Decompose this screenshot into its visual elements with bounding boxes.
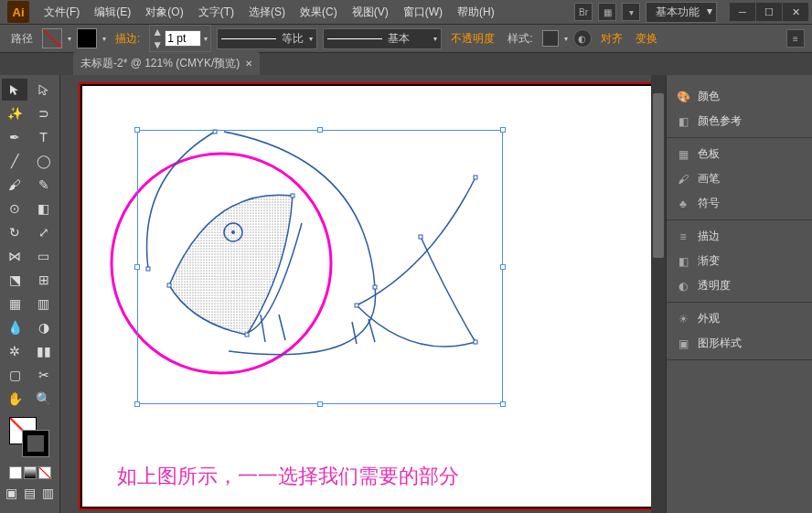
width-tool[interactable]: ⋈ xyxy=(2,245,27,267)
perspective-grid-tool[interactable]: ⊞ xyxy=(31,269,57,291)
align-label[interactable]: 对齐 xyxy=(597,31,626,47)
transform-label[interactable]: 变换 xyxy=(632,31,661,47)
menu-view[interactable]: 视图(V) xyxy=(345,0,396,24)
panel-symbols[interactable]: ♣符号 xyxy=(667,191,812,216)
scrollbar-thumb[interactable] xyxy=(653,93,664,258)
graphic-style-swatch[interactable] xyxy=(542,30,559,47)
shape-builder-tool[interactable]: ⬔ xyxy=(2,269,27,291)
titlebar: Ai 文件(F) 编辑(E) 对象(O) 文字(T) 选择(S) 效果(C) 视… xyxy=(0,0,812,24)
panel-color-guide[interactable]: ◧颜色参考 xyxy=(667,109,812,134)
direct-selection-tool[interactable] xyxy=(31,79,57,101)
tab-close-icon[interactable]: ✕ xyxy=(245,59,252,69)
canvas-region[interactable]: 如上图所示，一一选择我们需要的部分 xyxy=(60,75,666,513)
gradient-tool[interactable]: ▥ xyxy=(31,293,57,315)
color-guide-icon: ◧ xyxy=(676,114,690,129)
app-logo: Ai xyxy=(7,1,29,23)
hand-tool[interactable]: ✋ xyxy=(2,388,27,410)
scale-tool[interactable]: ⤢ xyxy=(31,221,57,243)
menu-file[interactable]: 文件(F) xyxy=(37,0,87,24)
pen-tool[interactable]: ✒ xyxy=(2,126,27,148)
sel-handle-s[interactable] xyxy=(317,401,323,407)
sel-handle-ne[interactable] xyxy=(500,127,506,133)
draw-behind-mode[interactable]: ▤ xyxy=(22,485,38,501)
column-graph-tool[interactable]: ▮▮ xyxy=(31,340,57,362)
free-transform-tool[interactable]: ▭ xyxy=(31,245,57,267)
graphic-styles-icon: ▣ xyxy=(676,337,690,351)
mesh-tool[interactable]: ▦ xyxy=(2,293,27,315)
lasso-tool[interactable]: ⊃ xyxy=(31,102,57,124)
stroke-label[interactable]: 描边: xyxy=(112,31,144,47)
window-close-button[interactable]: ✕ xyxy=(783,3,808,21)
menu-help[interactable]: 帮助(H) xyxy=(450,0,502,24)
blend-tool[interactable]: ◑ xyxy=(31,316,57,338)
brush-def-dropdown[interactable]: 基本 xyxy=(323,28,442,49)
window-minimize-button[interactable]: ─ xyxy=(730,3,755,21)
zoom-tool[interactable]: 🔍 xyxy=(31,388,57,410)
opacity-label[interactable]: 不透明度 xyxy=(447,31,498,47)
menu-select[interactable]: 选择(S) xyxy=(241,0,293,24)
width-profile-dropdown[interactable]: 等比 xyxy=(217,28,317,49)
type-tool[interactable]: T xyxy=(31,126,57,148)
sel-handle-e[interactable] xyxy=(500,264,506,270)
control-bar: 路径 ▾ ▾ 描边: ▲▼ ▾ 等比 基本 不透明度 样式: ▾ ◐ 对齐 变换… xyxy=(0,24,812,53)
control-menu-icon[interactable]: ≡ xyxy=(786,29,805,48)
sel-handle-sw[interactable] xyxy=(134,401,140,407)
panel-graphic-styles[interactable]: ▣图形样式 xyxy=(667,331,812,356)
panel-gradient[interactable]: ◧渐变 xyxy=(667,249,812,273)
stroke-weight-input[interactable] xyxy=(165,30,201,47)
workspace-switcher[interactable]: 基本功能 xyxy=(646,2,717,23)
symbol-sprayer-tool[interactable]: ✲ xyxy=(2,340,27,362)
panel-color[interactable]: 🎨颜色 xyxy=(667,84,812,109)
sel-handle-n[interactable] xyxy=(317,127,323,133)
rotate-tool[interactable]: ↻ xyxy=(2,221,27,243)
draw-inside-mode[interactable]: ▥ xyxy=(40,485,57,501)
screen-mode-icon[interactable]: ▾ xyxy=(622,3,640,21)
color-mode[interactable] xyxy=(9,466,22,479)
panel-appearance[interactable]: ☀外观 xyxy=(667,306,812,331)
sel-handle-nw[interactable] xyxy=(134,127,140,133)
artboard-tool[interactable]: ▢ xyxy=(2,364,27,386)
window-maximize-button[interactable]: ☐ xyxy=(756,3,782,21)
paintbrush-tool[interactable]: 🖌 xyxy=(2,174,27,196)
arrange-docs-icon[interactable]: ▦ xyxy=(598,3,616,21)
panel-transparency[interactable]: ◐透明度 xyxy=(667,273,812,298)
swatches-icon: ▦ xyxy=(676,147,690,162)
main-area: ✨ ⊃ ✒ T ╱ ◯ 🖌 ✎ ⊙ ◧ ↻ ⤢ ⋈ ▭ ⬔ ⊞ ▦ ▥ 💧 ◑ … xyxy=(0,75,812,513)
style-label: 样式: xyxy=(504,31,536,47)
fill-stroke-control[interactable] xyxy=(2,417,58,463)
menu-effect[interactable]: 效果(C) xyxy=(293,0,345,24)
artboard[interactable]: 如上图所示，一一选择我们需要的部分 xyxy=(82,86,658,507)
transparency-icon: ◐ xyxy=(676,279,690,294)
document-tab[interactable]: 未标题-2* @ 121% (CMYK/预览) ✕ xyxy=(73,52,260,75)
selection-bounding-box[interactable] xyxy=(137,130,503,404)
recolor-icon[interactable]: ◐ xyxy=(573,29,592,48)
ellipse-tool[interactable]: ◯ xyxy=(31,150,57,172)
fill-swatch[interactable] xyxy=(42,28,62,48)
magic-wand-tool[interactable]: ✨ xyxy=(2,102,27,124)
bridge-icon[interactable]: Br xyxy=(574,3,593,21)
menu-object[interactable]: 对象(O) xyxy=(138,0,190,24)
slice-tool[interactable]: ✂ xyxy=(31,364,57,386)
panel-stroke[interactable]: ≡描边 xyxy=(667,224,812,249)
sel-handle-se[interactable] xyxy=(500,401,506,407)
eyedropper-tool[interactable]: 💧 xyxy=(2,316,27,338)
toolbox: ✨ ⊃ ✒ T ╱ ◯ 🖌 ✎ ⊙ ◧ ↻ ⤢ ⋈ ▭ ⬔ ⊞ ▦ ▥ 💧 ◑ … xyxy=(0,75,60,513)
menu-type[interactable]: 文字(T) xyxy=(191,0,241,24)
vertical-scrollbar[interactable] xyxy=(651,75,666,513)
pencil-tool[interactable]: ✎ xyxy=(31,174,57,196)
blob-brush-tool[interactable]: ⊙ xyxy=(2,198,27,219)
stroke-swatch[interactable] xyxy=(77,28,97,48)
sel-handle-w[interactable] xyxy=(134,264,140,270)
panel-swatches[interactable]: ▦色板 xyxy=(667,142,812,166)
stroke-box[interactable] xyxy=(22,430,49,457)
gradient-mode[interactable] xyxy=(24,466,37,479)
selection-tool[interactable] xyxy=(2,79,27,101)
brushes-icon: 🖌 xyxy=(676,172,690,187)
line-tool[interactable]: ╱ xyxy=(2,150,27,172)
panel-brushes[interactable]: 🖌画笔 xyxy=(667,166,812,191)
menu-window[interactable]: 窗口(W) xyxy=(396,0,450,24)
none-mode[interactable] xyxy=(38,466,51,479)
eraser-tool[interactable]: ◧ xyxy=(31,198,57,219)
menu-edit[interactable]: 编辑(E) xyxy=(87,0,138,24)
draw-normal-mode[interactable]: ▣ xyxy=(4,485,20,501)
